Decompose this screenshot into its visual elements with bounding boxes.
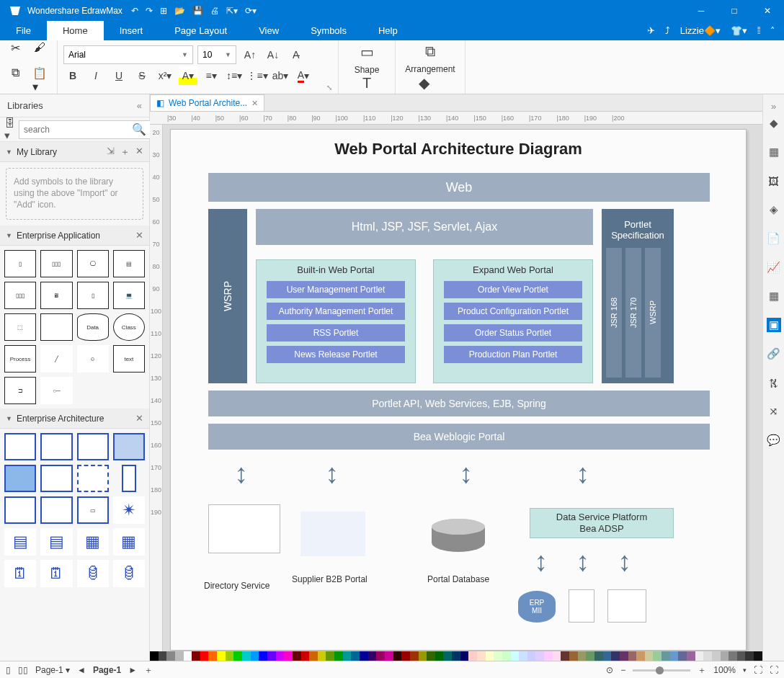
box-portlet-spec[interactable]: Portlet Specification JSR 168 JSR 170 WS… (602, 209, 674, 383)
clear-format-icon[interactable]: A̶ (287, 45, 306, 64)
tab-help[interactable]: Help (362, 21, 414, 40)
prev-page-icon[interactable]: ◄ (77, 665, 86, 675)
box-data-service[interactable]: Data Service PlatformBea ADSP (530, 508, 674, 538)
new-icon[interactable]: ⊞ (160, 6, 167, 16)
shape-books[interactable]: ▯▯▯ (4, 282, 36, 309)
collapse-ribbon-icon[interactable]: ˄ (770, 25, 775, 36)
box-api[interactable]: Portlet API, Web Services, EJB, Spring (208, 391, 710, 416)
shape-circle-line[interactable]: ○─ (40, 377, 72, 404)
send-icon[interactable]: ✈ (647, 25, 655, 36)
maximize-button[interactable]: □ (718, 0, 751, 21)
export-icon[interactable]: ⇱▾ (226, 6, 238, 16)
arrangement-button[interactable]: ⧉Arrangement (401, 43, 459, 74)
shape-actor[interactable]: ☺ (77, 345, 109, 373)
zoom-slider[interactable] (633, 669, 690, 672)
search-doc-icon[interactable] (607, 589, 646, 623)
font-combo[interactable]: Arial▼ (63, 45, 193, 64)
help-icon[interactable]: ⟳▾ (245, 6, 257, 16)
comment-panel-icon[interactable]: 💬 (767, 433, 781, 447)
shapes-panel-icon[interactable]: ▦ (767, 145, 781, 159)
box-wsrp[interactable]: WSRP (208, 209, 247, 383)
strike-icon[interactable]: S (133, 66, 151, 85)
add-icon[interactable]: ＋ (120, 146, 130, 159)
document-tab[interactable]: ◧ Web Portal Archite... ✕ (150, 94, 264, 111)
image-panel-icon[interactable]: 🖼 (767, 174, 781, 188)
bullets-icon[interactable]: ⋮≡▾ (248, 66, 267, 85)
erp-icon[interactable]: ERPMII (518, 591, 556, 623)
close-section-icon[interactable]: ✕ (135, 230, 143, 241)
paste-icon[interactable]: 📋▾ (28, 62, 51, 98)
shape-process[interactable]: Process (4, 345, 36, 373)
links-panel-icon[interactable]: 🔗 (767, 347, 781, 361)
copy-icon[interactable]: ⧉ (7, 62, 24, 98)
close-button[interactable]: ✕ (751, 0, 784, 21)
shape-laptop[interactable]: 💻 (113, 282, 145, 309)
fill-panel-icon[interactable]: ◆ (767, 116, 781, 130)
zoom-out-icon[interactable]: − (620, 665, 625, 675)
tab-insert[interactable]: Insert (104, 21, 159, 40)
tab-symbols[interactable]: Symbols (295, 21, 362, 40)
properties-panel-icon[interactable]: ▣ (767, 318, 781, 332)
shape-ellipse[interactable]: Class (113, 313, 145, 341)
font-expand-icon[interactable]: ⤡ (326, 84, 332, 92)
box-web[interactable]: Web (208, 173, 710, 202)
shape-line[interactable]: ╱ (40, 345, 72, 373)
textcase-icon[interactable]: ab▾ (271, 66, 290, 85)
play-icon[interactable]: ⊙ (606, 665, 613, 675)
layers-panel-icon[interactable]: ◈ (767, 202, 781, 217)
b2b-graphic[interactable] (300, 512, 365, 556)
color-bar[interactable] (150, 651, 762, 661)
add-page-icon[interactable]: ＋ (144, 664, 153, 677)
shape-monitor[interactable]: 🖵 (77, 250, 109, 277)
undo-icon[interactable]: ↶ (131, 6, 138, 16)
table-panel-icon[interactable]: ▦ (767, 289, 781, 303)
open-icon[interactable]: 📂 (174, 6, 185, 16)
close-section-icon[interactable]: ✕ (135, 413, 143, 424)
shape-network[interactable]: ⬚ (4, 313, 36, 341)
shape-rack[interactable]: ▤ (113, 250, 145, 277)
shape-text[interactable]: text (113, 345, 145, 373)
zoom-value[interactable]: 100% (713, 665, 736, 675)
page-combo[interactable]: Page-1 ▾ (35, 665, 70, 675)
directory-graphic[interactable] (208, 504, 280, 553)
superscript-icon[interactable]: x²▾ (156, 66, 174, 85)
fullscreen-icon[interactable]: ⛶ (770, 665, 778, 675)
search-icon[interactable]: 🔍 (132, 122, 146, 136)
shape-tower[interactable]: ▯ (4, 250, 36, 277)
collapse-sidebar-icon[interactable]: « (137, 100, 142, 111)
expand-right-icon[interactable]: » (767, 99, 781, 113)
fontcolor-icon[interactable]: A▾ (294, 66, 313, 85)
user-name[interactable]: Lizzie🔶▾ (680, 25, 721, 36)
section-enterprise-architecture[interactable]: ▼Enterprise Architecture✕ (0, 409, 149, 429)
save-icon[interactable]: 💾 (192, 6, 203, 16)
print-icon[interactable]: 🖨 (210, 6, 219, 16)
shape-server[interactable]: ▯ (77, 282, 109, 309)
box-expand-portal[interactable]: Expand Web Portal Order View Portlet Pro… (433, 259, 593, 383)
box-bea[interactable]: Bea Weblogic Portal (208, 424, 710, 450)
shuffle-panel-icon[interactable]: ⤨ (767, 404, 781, 419)
canvas-page[interactable]: Web Portal Architecture Diagram Web WSRP… (170, 129, 747, 651)
close-tab-icon[interactable]: ✕ (251, 99, 258, 108)
highlight-icon[interactable]: A▾ (179, 66, 197, 85)
fit-page-icon[interactable]: ⛶ (754, 665, 762, 675)
box-builtin-portal[interactable]: Built-in Web Portal User Management Port… (256, 259, 416, 383)
apps-icon[interactable]: ⦙⦙ (757, 25, 760, 37)
shape-servers[interactable]: ▯▯▯ (40, 250, 72, 277)
bold-icon[interactable]: B (63, 66, 82, 85)
align-icon[interactable]: ≡▾ (202, 66, 220, 85)
box-html[interactable]: Html, JSP, JSF, Servlet, Ajax (256, 209, 593, 245)
shape-cylinder[interactable]: Data (77, 313, 109, 341)
italic-icon[interactable]: I (86, 66, 105, 85)
underline-icon[interactable]: U (110, 66, 128, 85)
section-enterprise-application[interactable]: ▼Enterprise Application✕ (0, 226, 149, 246)
decrease-font-icon[interactable]: A↓ (264, 45, 282, 64)
shape-rect[interactable] (40, 313, 72, 341)
section-my-library[interactable]: ▼My Library⇲＋✕ (0, 142, 149, 162)
zoom-in-icon[interactable]: ＋ (698, 664, 706, 677)
shape-button[interactable]: ▭Shape (344, 43, 389, 75)
page-panel-icon[interactable]: 📄 (767, 231, 781, 246)
chart-panel-icon[interactable]: 📈 (767, 260, 781, 275)
font-size-combo[interactable]: 10▼ (197, 45, 236, 64)
search-input[interactable]: 🔍 (19, 120, 151, 139)
theme-icon[interactable]: 👕▾ (731, 25, 747, 36)
